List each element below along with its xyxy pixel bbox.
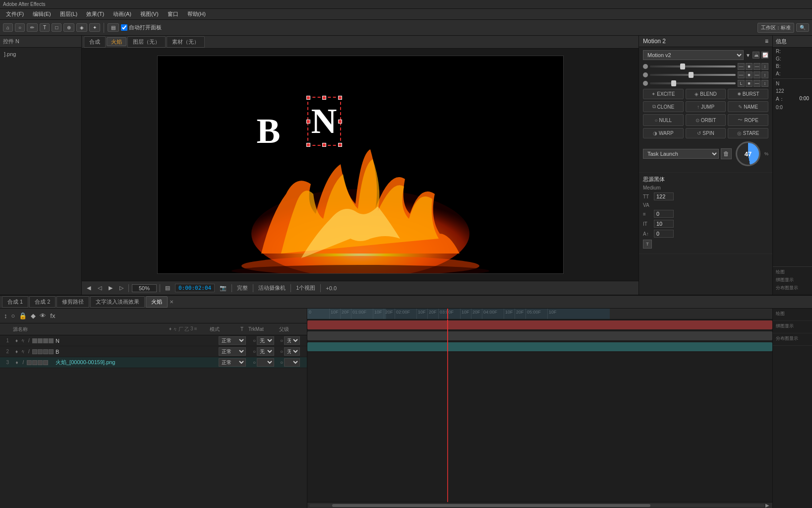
timeline-playhead[interactable]: [447, 309, 448, 319]
parent-select-1[interactable]: 无: [284, 336, 300, 345]
toolbar-shape[interactable]: □: [52, 23, 61, 32]
layer-name-3[interactable]: 火焰_[00000-00159].png: [54, 359, 219, 366]
text-italic[interactable]: T: [643, 240, 652, 249]
quality-btn[interactable]: 完整: [235, 283, 250, 293]
layer-row-n[interactable]: 1 ♦ 々 / N 正常: [0, 335, 307, 346]
tab-text-anim[interactable]: 文字淡入淡画效果: [90, 296, 145, 308]
plugin-stare[interactable]: ◎ STARE: [728, 128, 768, 138]
track-bar-3[interactable]: [307, 342, 772, 351]
handle-mr[interactable]: [338, 120, 342, 124]
size-input[interactable]: [654, 192, 674, 200]
ch-btn-2a[interactable]: —: [738, 71, 745, 78]
slider-track-2[interactable]: [650, 74, 736, 76]
task-select[interactable]: Task Launch: [643, 149, 719, 159]
handle-ml[interactable]: [306, 120, 310, 124]
plugin-clone[interactable]: ⧉ CLONE: [643, 101, 684, 112]
slider-thumb-1[interactable]: [680, 64, 685, 69]
layer-tool-lock[interactable]: 🔒: [18, 311, 28, 320]
workspace-selector[interactable]: 工作区：标准: [757, 23, 794, 33]
layer-tool-move[interactable]: ↕: [3, 311, 8, 320]
layer-row-b[interactable]: 2 ♦ 々 / B 正常 ○ 无: [0, 346, 307, 357]
toolbar-render[interactable]: ▤: [108, 23, 119, 32]
layer-row-fire[interactable]: 3 ♦ / 火焰_[00000-00159].png 正常 ○: [0, 357, 307, 368]
resolution-btn[interactable]: ▤: [163, 284, 172, 292]
camera-btn[interactable]: 活动摄像机: [256, 283, 288, 293]
layer-name-1[interactable]: N: [54, 338, 219, 344]
tab-composition[interactable]: 合成: [84, 36, 106, 48]
task-delete-btn[interactable]: 🗑: [721, 148, 732, 159]
layer-solo-btn-1[interactable]: /: [26, 338, 32, 344]
layer-tool-hide[interactable]: 👁: [39, 311, 47, 320]
slider-track-3[interactable]: [650, 82, 736, 84]
layer-name-2[interactable]: B: [54, 349, 219, 355]
auto-open-checkbox[interactable]: [121, 24, 127, 31]
layer-vis-1[interactable]: ♦: [14, 338, 19, 344]
plugin-burst[interactable]: ✸ BURST: [728, 89, 768, 99]
ch-btn-2d[interactable]: ↕: [761, 71, 768, 78]
ch-btn-1c[interactable]: —: [754, 63, 760, 70]
track-bar-1[interactable]: [307, 320, 772, 329]
handle-tl[interactable]: [306, 96, 310, 100]
plugin-rope[interactable]: 〜 ROPE: [728, 114, 768, 126]
layer-mode-1[interactable]: 正常: [219, 336, 246, 345]
stroke-input[interactable]: [654, 220, 674, 228]
current-time[interactable]: 0:00:02:04: [175, 284, 215, 292]
toolbar-text[interactable]: T: [40, 23, 50, 32]
menu-effect[interactable]: 效果(T): [82, 9, 108, 19]
ch-btn-3d[interactable]: ↕: [761, 80, 768, 87]
toolbar-new[interactable]: ○: [15, 23, 25, 32]
toolbar-anchor[interactable]: ⊕: [63, 23, 74, 32]
tab-footage[interactable]: 素材（无）: [167, 36, 205, 48]
menu-file[interactable]: 文件(F): [2, 9, 28, 19]
handle-tm[interactable]: [322, 96, 326, 100]
tab-layer[interactable]: 图层（无）: [127, 36, 166, 48]
toolbar-home[interactable]: ⌂: [3, 23, 13, 32]
trkmat-select-3[interactable]: [257, 358, 274, 367]
scrollbar-track[interactable]: [309, 504, 764, 507]
menu-layer[interactable]: 图层(L): [56, 9, 81, 19]
track-bar-2[interactable]: [307, 331, 772, 340]
trkmat-select-1[interactable]: 无: [257, 336, 274, 345]
tab-fire-active[interactable]: 火焰: [107, 37, 126, 46]
ch-btn-1d[interactable]: ↕: [761, 63, 768, 70]
ch-btn-2c[interactable]: —: [754, 71, 760, 78]
plugin-spin[interactable]: ↺ SPIN: [686, 128, 726, 138]
baseline-input[interactable]: [654, 230, 674, 238]
view-btn[interactable]: 1个视图: [294, 283, 317, 293]
layer-audio-1[interactable]: 々: [20, 338, 26, 344]
auto-open-check[interactable]: 自动打开面板: [121, 24, 162, 31]
menu-window[interactable]: 窗口: [164, 9, 182, 19]
trkmat-select-2[interactable]: 无: [257, 347, 274, 356]
layer-tool-label[interactable]: ◆: [30, 311, 37, 320]
layer-vis-3[interactable]: ♦: [14, 360, 20, 366]
tab-trim[interactable]: 修剪路径: [57, 296, 89, 308]
search-btn[interactable]: 🔍: [796, 23, 809, 32]
ch-btn-3a[interactable]: L: [738, 80, 745, 87]
ch-btn-1b[interactable]: ■: [746, 63, 753, 70]
ch-btn-1a[interactable]: —: [738, 63, 745, 70]
toolbar-pen[interactable]: ✏: [27, 23, 38, 32]
layer-vis-2[interactable]: ♦: [14, 349, 19, 355]
preset-graph-btn[interactable]: 📈: [761, 52, 768, 59]
prev-frame[interactable]: ◁: [96, 284, 104, 292]
play-stop[interactable]: ▶: [107, 284, 115, 292]
plugin-warp[interactable]: ◑ WARP: [643, 128, 684, 138]
plugin-jump[interactable]: ↑ JUMP: [686, 101, 726, 112]
plugin-null[interactable]: ○ NULL: [643, 114, 684, 126]
handle-tr[interactable]: [338, 96, 342, 100]
layer-solo-btn-2[interactable]: /: [26, 349, 32, 355]
ch-btn-3c[interactable]: —: [754, 80, 760, 87]
left-panel-item[interactable]: ].png: [2, 50, 79, 59]
layer-tool-solo[interactable]: ○: [10, 311, 16, 320]
parent-select-2[interactable]: 无: [284, 347, 300, 356]
slider-thumb-3[interactable]: [671, 80, 676, 86]
play-button[interactable]: ◀: [85, 284, 93, 292]
layer-mode-2[interactable]: 正常: [219, 347, 246, 356]
plugin-name[interactable]: ✎ NAME: [728, 101, 768, 112]
parent-select-3[interactable]: [284, 358, 300, 367]
plugin-excite[interactable]: ✦ EXCITE: [643, 89, 684, 99]
toolbar-light[interactable]: ✦: [89, 23, 100, 32]
tab-comp1[interactable]: 合成 1: [2, 296, 28, 308]
layer-audio-2[interactable]: 々: [20, 349, 26, 355]
next-frame[interactable]: ▷: [117, 284, 125, 292]
